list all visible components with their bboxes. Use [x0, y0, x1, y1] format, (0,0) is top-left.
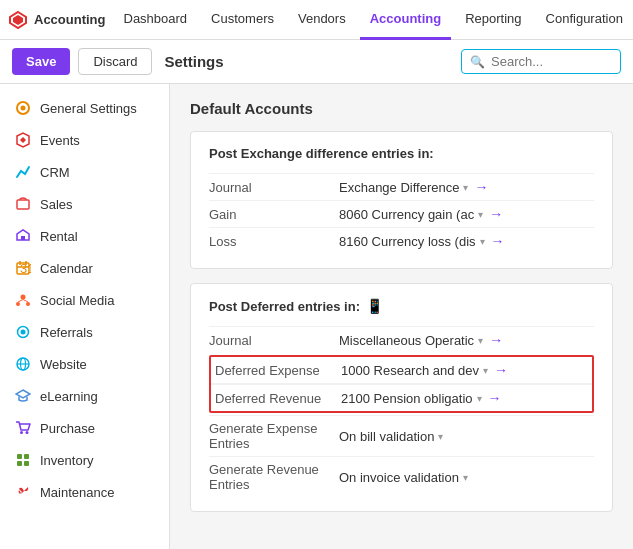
svg-point-21 [20, 431, 23, 434]
deferred-expense-arrow[interactable]: → [494, 362, 508, 378]
exchange-journal-dropdown[interactable]: Exchange Difference ▾ [339, 180, 468, 195]
exchange-difference-card: Post Exchange difference entries in: Jou… [190, 131, 613, 269]
deferred-revenue-value: 2100 Pension obligatio ▾ → [341, 390, 592, 406]
highlighted-section: Deferred Expense 1000 Research and dev ▾… [209, 355, 594, 413]
exchange-gain-row: Gain 8060 Currency gain (ac ▾ → [209, 200, 594, 227]
exchange-subtitle: Post Exchange difference entries in: [209, 146, 594, 161]
logo-icon [8, 10, 28, 30]
deferred-journal-label: Journal [209, 333, 339, 348]
svg-point-11 [21, 295, 26, 300]
deferred-expense-value: 1000 Research and dev ▾ → [341, 362, 592, 378]
svg-rect-4 [17, 200, 29, 209]
generate-expense-value: On bill validation ▾ [339, 429, 594, 444]
deferred-revenue-dropdown[interactable]: 2100 Pension obligatio ▾ [341, 391, 482, 406]
sidebar-label: Calendar [40, 261, 93, 276]
generate-expense-dropdown[interactable]: On bill validation ▾ [339, 429, 443, 444]
deferred-expense-dropdown[interactable]: 1000 Research and dev ▾ [341, 363, 488, 378]
svg-rect-5 [21, 236, 25, 240]
dropdown-caret-icon: ▾ [483, 365, 488, 376]
exchange-loss-dropdown[interactable]: 8160 Currency loss (dis ▾ [339, 234, 485, 249]
search-icon: 🔍 [470, 55, 485, 69]
generate-revenue-label: Generate Revenue Entries [209, 462, 339, 492]
sidebar-item-elearning[interactable]: eLearning [0, 380, 169, 412]
events-icon [14, 131, 32, 149]
nav-configuration[interactable]: Configuration [536, 0, 633, 40]
deferred-card: Post Deferred entries in: 📱 Journal Misc… [190, 283, 613, 512]
sidebar-item-purchase[interactable]: Purchase [0, 412, 169, 444]
sidebar-item-inventory[interactable]: Inventory [0, 444, 169, 476]
exchange-journal-row: Journal Exchange Difference ▾ → [209, 173, 594, 200]
sidebar-label: Events [40, 133, 80, 148]
content-area: Default Accounts Post Exchange differenc… [170, 84, 633, 549]
sidebar-item-social-media[interactable]: Social Media [0, 284, 169, 316]
sidebar-label: Rental [40, 229, 78, 244]
sidebar-label: Social Media [40, 293, 114, 308]
exchange-loss-arrow[interactable]: → [491, 233, 505, 249]
svg-point-12 [16, 302, 20, 306]
dropdown-caret-icon: ▾ [463, 472, 468, 483]
exchange-gain-arrow[interactable]: → [489, 206, 503, 222]
sidebar: General Settings Events CRM Sales Rental [0, 84, 170, 549]
dropdown-caret-icon: ▾ [478, 335, 483, 346]
exchange-loss-row: Loss 8160 Currency loss (dis ▾ → [209, 227, 594, 254]
deferred-revenue-arrow[interactable]: → [488, 390, 502, 406]
calendar-icon: 31 [14, 259, 32, 277]
crm-icon [14, 163, 32, 181]
generate-revenue-dropdown[interactable]: On invoice validation ▾ [339, 470, 468, 485]
rental-icon [14, 227, 32, 245]
exchange-gain-value: 8060 Currency gain (ac ▾ → [339, 206, 594, 222]
deferred-journal-arrow[interactable]: → [489, 332, 503, 348]
deferred-subtitle: Post Deferred entries in: 📱 [209, 298, 594, 314]
svg-rect-25 [17, 461, 22, 466]
sidebar-item-rental[interactable]: Rental [0, 220, 169, 252]
svg-point-17 [21, 330, 26, 335]
sidebar-item-calendar[interactable]: 31 Calendar [0, 252, 169, 284]
logo-text: Accounting [34, 12, 106, 27]
page-title: Settings [164, 53, 223, 70]
nav-reporting[interactable]: Reporting [455, 0, 531, 40]
sidebar-item-crm[interactable]: CRM [0, 156, 169, 188]
deferred-journal-row: Journal Miscellaneous Operatic ▾ → [209, 326, 594, 353]
section-title: Default Accounts [190, 100, 613, 117]
main-layout: General Settings Events CRM Sales Rental [0, 84, 633, 549]
sidebar-item-general-settings[interactable]: General Settings [0, 92, 169, 124]
sidebar-item-sales[interactable]: Sales [0, 188, 169, 220]
elearning-icon [14, 387, 32, 405]
purchase-icon [14, 419, 32, 437]
sidebar-item-referrals[interactable]: Referrals [0, 316, 169, 348]
sidebar-label: Inventory [40, 453, 93, 468]
sidebar-label: Website [40, 357, 87, 372]
discard-button[interactable]: Discard [78, 48, 152, 75]
exchange-journal-label: Journal [209, 180, 339, 195]
nav-customers[interactable]: Customers [201, 0, 284, 40]
save-button[interactable]: Save [12, 48, 70, 75]
search-box: 🔍 [461, 49, 621, 74]
exchange-gain-label: Gain [209, 207, 339, 222]
phone-icon: 📱 [366, 298, 383, 314]
nav-accounting[interactable]: Accounting [360, 0, 452, 40]
social-media-icon [14, 291, 32, 309]
referrals-icon [14, 323, 32, 341]
generate-revenue-value: On invoice validation ▾ [339, 470, 594, 485]
exchange-gain-dropdown[interactable]: 8060 Currency gain (ac ▾ [339, 207, 483, 222]
nav-dashboard[interactable]: Dashboard [114, 0, 198, 40]
deferred-expense-label: Deferred Expense [211, 363, 341, 378]
search-input[interactable] [491, 54, 611, 69]
nav-vendors[interactable]: Vendors [288, 0, 356, 40]
deferred-journal-dropdown[interactable]: Miscellaneous Operatic ▾ [339, 333, 483, 348]
exchange-loss-value: 8160 Currency loss (dis ▾ → [339, 233, 594, 249]
dropdown-caret-icon: ▾ [480, 236, 485, 247]
sidebar-label: eLearning [40, 389, 98, 404]
deferred-journal-value: Miscellaneous Operatic ▾ → [339, 332, 594, 348]
deferred-expense-row: Deferred Expense 1000 Research and dev ▾… [211, 357, 592, 384]
sidebar-label: Referrals [40, 325, 93, 340]
sidebar-label: CRM [40, 165, 70, 180]
maintenance-icon [14, 483, 32, 501]
sidebar-item-maintenance[interactable]: Maintenance [0, 476, 169, 508]
sidebar-item-events[interactable]: Events [0, 124, 169, 156]
exchange-journal-arrow[interactable]: → [474, 179, 488, 195]
svg-point-3 [21, 106, 26, 111]
generate-expense-label: Generate Expense Entries [209, 421, 339, 451]
sidebar-item-website[interactable]: Website [0, 348, 169, 380]
website-icon [14, 355, 32, 373]
